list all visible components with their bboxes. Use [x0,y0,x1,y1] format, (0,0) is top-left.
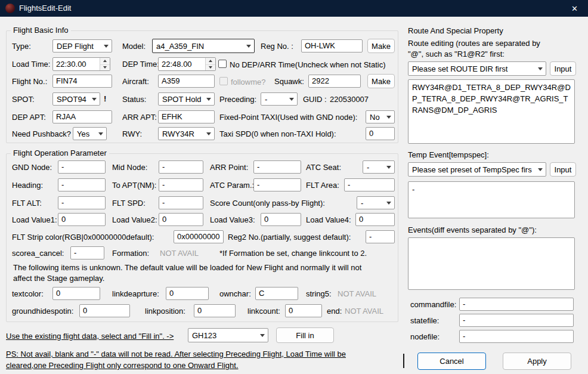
spin-up-icon[interactable] [100,58,110,64]
linkcount-input[interactable]: 0 [285,304,322,317]
midnode-input[interactable]: - [159,160,203,174]
loadtime-spin-buttons [100,58,110,70]
make-reg-button[interactable]: Make [367,39,395,53]
flightno-input[interactable]: FIN74 [52,75,112,88]
no-deparr-time-checkbox[interactable] [218,60,227,68]
groundhidespotin-label: groundhidespotin: [12,307,73,316]
loadtime-spinner[interactable]: 22:30.00 [52,57,110,71]
atcparam-input[interactable]: - [253,178,301,191]
end-value: NOT AVAIL [345,307,383,316]
tempevent-textarea[interactable]: - [408,181,575,218]
linkdeaprture-label: linkdeaprture: [112,289,159,299]
linkdeaprture-input[interactable]: 0 [166,287,209,300]
fixedtaxi-label: Fixed-Point TAXI(Used with GND node): [219,113,357,122]
linkposition-input[interactable]: 0 [194,304,236,317]
events-textarea[interactable] [408,237,575,290]
nodefile-input[interactable]: - [459,330,574,343]
type-select[interactable]: DEP Flight [52,39,112,52]
spin-down-icon[interactable] [206,64,215,71]
unknown-note-line2: affect the Stage gameplay. [13,274,104,283]
unknown-note-line1: The following items is unknown. The defa… [13,263,361,273]
groundhidespotin-input[interactable]: 0 [79,304,130,317]
ps-note-line1: PS: Not avail, blank and "-" data will n… [6,350,346,359]
reg2-label: Reg2 No.(partially, suggest default): [228,233,351,242]
fill-in-button[interactable]: Fill in [276,327,334,343]
end-label: end: [327,307,342,316]
flightno-label: Flight No.: [12,77,47,86]
deptime-spinner[interactable]: 22:48.00 [158,57,216,71]
ownchar-input[interactable]: C [255,287,298,300]
scoreacancel-input[interactable]: - [70,246,104,259]
loadtime-label: Load Time: [12,60,50,69]
formation-note: *If Formation be set, change linkcount t… [219,249,367,258]
model-select[interactable]: a4_A359_FIN [152,39,255,53]
fltalt-input[interactable]: - [58,196,106,209]
temp-input-button[interactable]: Input [550,162,576,177]
tempspec-select[interactable]: Please set preset of TempSpec firs [408,162,546,177]
reg2-input[interactable]: - [366,230,395,243]
fixedtaxi-select[interactable]: No [366,110,395,123]
spin-down-icon[interactable] [100,64,110,71]
pushback-select-value: Yes [77,129,95,138]
no-deparr-time-label: No DEP/ARR Time(Uncheck when not Static) [230,60,386,70]
scorecount-select-value: - [361,199,383,208]
rwy-select[interactable]: RWY34R [158,127,215,140]
fltspd-label: FLT SPD: [112,199,146,208]
gndnode-input[interactable]: - [58,160,106,174]
depapt-input[interactable]: RJAA [52,110,112,123]
chevron-down-icon [538,67,543,70]
loadvalue2-input[interactable]: 0 [159,213,203,226]
statefile-input[interactable]: - [459,314,574,327]
squawk-input[interactable]: 2922 [308,75,361,88]
guid-value: 220530007 [330,95,369,104]
heading-input[interactable]: - [58,178,106,191]
loadvalue4-input[interactable]: 0 [355,213,395,226]
status-label: Status: [122,95,146,104]
arrpoint-input[interactable]: - [253,160,301,174]
text-caret [403,354,404,368]
atcseat-select[interactable]: - [363,160,395,174]
cancel-button[interactable]: Cancel [417,353,486,370]
textcolor-input[interactable]: 0 [52,287,100,300]
taxispd-input[interactable]: 0 [366,127,395,140]
aircraft-input[interactable]: A359 [158,75,215,88]
toapt-input[interactable]: - [159,178,203,191]
loadvalue1-input[interactable]: 0 [58,213,106,226]
loadvalue3-input[interactable]: 0 [261,213,301,226]
flight-operation-parameter-legend: Flight Operation Parameter [11,149,109,157]
make-squawk-button[interactable]: Make [367,74,395,88]
apply-button[interactable]: Apply [503,353,571,370]
chevron-down-icon [289,98,294,101]
scorecount-select[interactable]: - [357,196,395,209]
events-label: Events(diff events separated by "@"): [408,225,537,235]
spot-label: SPOT: [12,95,35,104]
route-input-button[interactable]: Input [550,61,576,76]
aircraft-label: Aircraft: [122,77,149,86]
gndnode-label: GND Node: [12,163,52,172]
spot-select[interactable]: SPOT94 [52,92,100,106]
route-dir-select[interactable]: Please set ROUTE DIR first [408,61,546,76]
fltarea-input[interactable]: - [344,178,395,191]
commandfile-input[interactable]: - [459,298,574,311]
chevron-down-icon [206,132,211,135]
status-select[interactable]: SPOT Hold [158,92,215,106]
pushback-select[interactable]: Yes [73,127,107,140]
followme-label: followme? [231,78,266,87]
route-dir-select-value: Please set ROUTE DIR first [412,64,535,73]
titlebar[interactable]: FlightsEdit-Edit ✕ [0,0,588,17]
spin-up-icon[interactable] [206,58,215,64]
stripcolor-input[interactable]: 0x00000000 [174,230,224,243]
deptime-spin-buttons [205,58,215,70]
preceding-select[interactable]: - [261,92,298,106]
chevron-down-icon [98,132,103,135]
fillin-flight-select[interactable]: GH123 [188,328,268,342]
arrapt-input[interactable]: EFHK [158,110,215,123]
route-textarea[interactable]: RWY34R@D1_TETRA_8_DEP_RWY34R@DP_TETRA_8_… [408,79,575,144]
regno-label: Reg No. : [261,42,293,51]
fltspd-input[interactable]: - [159,196,203,209]
regno-input[interactable]: OH-LWK [301,39,363,52]
close-button[interactable]: ✕ [561,0,588,17]
loadvalue1-label: Load Value1: [12,215,57,225]
model-label: Model: [122,42,146,51]
spot-select-value: SPOT94 [57,95,89,104]
